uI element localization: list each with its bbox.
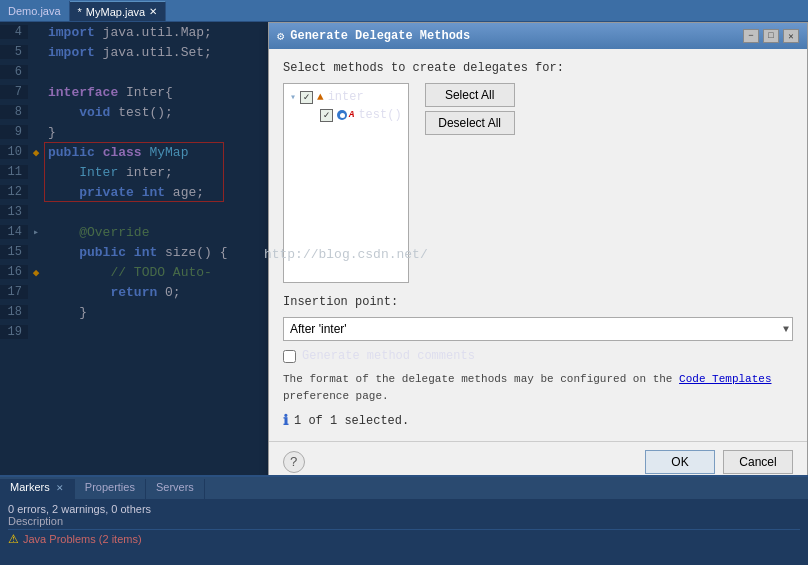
bottom-panel: Markers ✕ Properties Servers 0 errors, 2… <box>0 475 808 565</box>
test-checkbox[interactable]: ✓ <box>320 109 333 122</box>
count-label: 1 of 1 selected. <box>294 414 409 428</box>
close-button[interactable]: ✕ <box>783 29 799 43</box>
info-icon: ℹ <box>283 412 288 429</box>
triangle-icon: ▲ <box>317 91 324 103</box>
dialog-titlebar: ⚙ Generate Delegate Methods − □ ✕ <box>269 23 807 49</box>
inter-checkbox[interactable]: ✓ <box>300 91 313 104</box>
dialog-title: ⚙ Generate Delegate Methods <box>277 29 470 44</box>
tab-markers[interactable]: Markers ✕ <box>0 479 75 499</box>
info-text-2: preference page. <box>283 390 389 402</box>
info-text-1: The format of the delegate methods may b… <box>283 373 672 385</box>
dialog-instruction-label: Select methods to create delegates for: <box>283 61 793 75</box>
info-count: ℹ 1 of 1 selected. <box>283 412 793 429</box>
java-problem-item: ⚠ Java Problems (2 items) <box>8 532 800 546</box>
main-area: 4 import java.util.Map; 5 import java.ut… <box>0 22 808 475</box>
dialog-body: Select methods to create delegates for: … <box>269 49 807 441</box>
insertion-select[interactable]: After 'inter' Before 'inter' At end of c… <box>283 317 793 341</box>
generate-delegate-dialog: ⚙ Generate Delegate Methods − □ ✕ Select… <box>268 22 808 475</box>
select-all-button[interactable]: Select All <box>425 83 515 107</box>
java-problems-label: Java Problems (2 items) <box>23 533 142 545</box>
test-label: test() <box>358 108 401 122</box>
generate-comments-checkbox[interactable] <box>283 350 296 363</box>
help-button[interactable]: ? <box>283 451 305 473</box>
dialog-controls: − □ ✕ <box>743 29 799 43</box>
description-label: Description <box>8 515 800 530</box>
tab-mymap-java-label: MyMap.java <box>86 6 145 18</box>
status-text: 0 errors, 2 warnings, 0 others <box>8 503 800 515</box>
maximize-button[interactable]: □ <box>763 29 779 43</box>
warning-icon: ⚠ <box>8 532 19 546</box>
inter-label: inter <box>328 90 364 104</box>
tree-item-test: ✓ A test() <box>290 108 402 122</box>
dialog-tree-area[interactable]: ▾ ✓ ▲ inter ✓ <box>283 83 409 283</box>
minimize-button[interactable]: − <box>743 29 759 43</box>
info-text: The format of the delegate methods may b… <box>283 371 793 404</box>
markers-close-icon[interactable]: ✕ <box>56 483 64 493</box>
dialog-tree-row: ▾ ✓ ▲ inter ✓ <box>283 83 793 283</box>
deselect-all-button[interactable]: Deselect All <box>425 111 515 135</box>
access-icon: A <box>349 110 354 120</box>
code-templates-link[interactable]: Code Templates <box>679 373 771 385</box>
tab-properties-label: Properties <box>85 481 135 493</box>
tab-properties[interactable]: Properties <box>75 479 146 499</box>
tab-bar: Demo.java *MyMap.java ✕ <box>0 0 808 22</box>
dialog-title-label: Generate Delegate Methods <box>290 29 470 43</box>
insertion-point-label: Insertion point: <box>283 295 793 309</box>
ok-button[interactable]: OK <box>645 450 715 474</box>
generate-comments-row: Generate method comments <box>283 349 793 363</box>
dialog-overlay: ⚙ Generate Delegate Methods − □ ✕ Select… <box>0 22 808 475</box>
footer-left: ? <box>283 451 305 473</box>
tab-mymap-java[interactable]: *MyMap.java ✕ <box>70 1 167 21</box>
watermark: http://blog.csdn.net/ <box>264 247 428 262</box>
expand-icon[interactable]: ▾ <box>290 91 296 103</box>
footer-right: OK Cancel <box>645 450 793 474</box>
tab-markers-label: Markers <box>10 481 50 493</box>
tab-demo-java[interactable]: Demo.java <box>0 1 70 21</box>
tree-item-inter: ▾ ✓ ▲ inter <box>290 90 402 104</box>
bottom-tabs: Markers ✕ Properties Servers <box>0 477 808 499</box>
code-editor[interactable]: 4 import java.util.Map; 5 import java.ut… <box>0 22 808 475</box>
insertion-select-wrapper[interactable]: After 'inter' Before 'inter' At end of c… <box>283 317 793 341</box>
dialog-buttons-right: Select All Deselect All <box>425 83 515 283</box>
cancel-button[interactable]: Cancel <box>723 450 793 474</box>
circle-icon <box>337 110 347 120</box>
gear-icon: ⚙ <box>277 29 284 44</box>
tab-modified-indicator: * <box>78 6 82 18</box>
bottom-content: 0 errors, 2 warnings, 0 others Descripti… <box>0 499 808 550</box>
tab-servers[interactable]: Servers <box>146 479 205 499</box>
close-icon[interactable]: ✕ <box>149 6 157 17</box>
tab-demo-java-label: Demo.java <box>8 5 61 17</box>
dialog-footer: ? OK Cancel <box>269 441 807 475</box>
tab-servers-label: Servers <box>156 481 194 493</box>
generate-comments-label: Generate method comments <box>302 349 475 363</box>
